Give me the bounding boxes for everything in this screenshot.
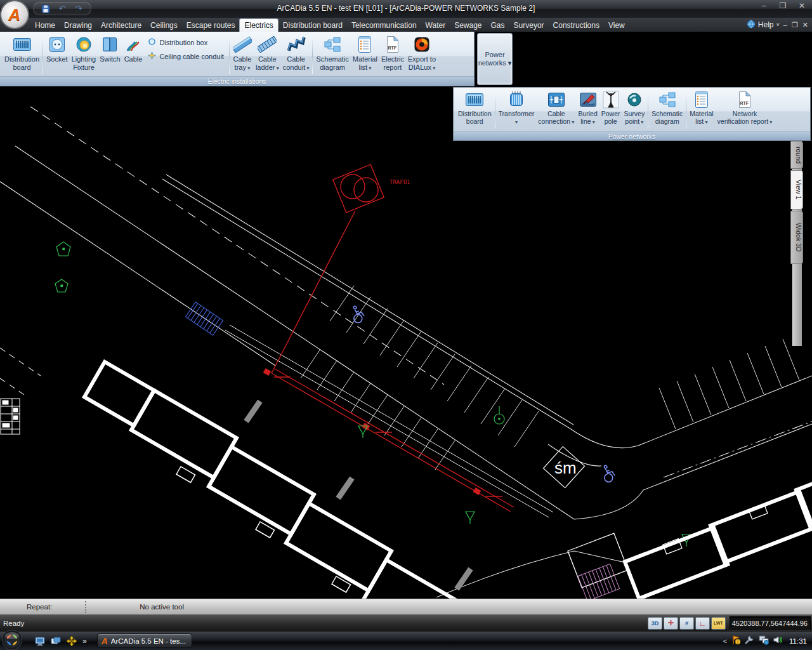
tab-surveyor[interactable]: Surveyor: [509, 19, 549, 32]
taskbar-app-button[interactable]: A ArCADia 5.5 EN - tes...: [97, 633, 192, 648]
status-bar: Ready 3D✛#∟LWT 4520388.77,5647444.96: [0, 614, 812, 632]
view-tab-view-1[interactable]: View 1: [790, 170, 803, 209]
volume-icon[interactable]: [773, 635, 783, 647]
tab-view[interactable]: View: [604, 19, 629, 32]
coordinates-readout: 4520388.77,5647444.96: [730, 616, 811, 630]
tab-electrics[interactable]: Electrics: [239, 18, 278, 32]
ribbon-export-to-dialux-button[interactable]: Export toDIALux ▾: [406, 33, 438, 76]
distribution-box-icon: [148, 37, 156, 47]
refuse-label: śm: [554, 458, 577, 477]
flyout-distribution-board-button[interactable]: Distributionboard: [456, 89, 494, 131]
dropdown-arrow-icon: ▾: [431, 65, 435, 71]
chevron-down-icon: ˅: [776, 22, 780, 28]
quicklaunch-overflow-chevron[interactable]: »: [82, 637, 87, 646]
building-outline: [84, 362, 480, 599]
ribbon-switch-button[interactable]: Switch: [98, 33, 122, 76]
status-snap-toggle[interactable]: ✛: [664, 617, 678, 630]
mdi-restore-button[interactable]: ❐: [792, 21, 798, 29]
tab-gas[interactable]: Gas: [487, 19, 509, 32]
maintenance-wrench-icon[interactable]: [745, 635, 755, 647]
window-switcher-icon[interactable]: [50, 635, 62, 647]
building-annex: [176, 467, 351, 592]
ribbon-electric-report-button[interactable]: RTFElectricreport: [379, 33, 406, 76]
restore-button[interactable]: ❐: [778, 1, 788, 10]
view-tab-widok-3d[interactable]: Widok 3D: [790, 211, 803, 264]
ribbon-ceiling-cable-conduit-button[interactable]: Ceiling cable conduit: [148, 51, 224, 61]
tab-sewage[interactable]: Sewage: [450, 19, 486, 32]
ribbon-distribution-box-button[interactable]: Distribution box: [148, 37, 224, 47]
ribbon-material-list-button[interactable]: Materiallist ▾: [351, 33, 379, 76]
status-ortho-toggle[interactable]: ∟: [695, 617, 710, 630]
tab-home[interactable]: Home: [30, 19, 60, 32]
tab-water[interactable]: Water: [421, 19, 450, 32]
app-shortcut-icon[interactable]: [66, 635, 77, 647]
switch-icon: [102, 34, 118, 55]
transformer-label: TRAFO1: [390, 179, 410, 185]
mdi-minimize-button[interactable]: ‒: [783, 21, 787, 29]
gray-service-marks: [246, 401, 471, 589]
start-button[interactable]: [1, 629, 23, 650]
group-label-power-networks: Power networks: [454, 131, 810, 140]
ribbon-cable-ladder-button[interactable]: Cableladder ▾: [254, 33, 281, 76]
flyout-network-verification-report-button[interactable]: RTFNetworkverification report ▾: [716, 89, 775, 131]
close-button[interactable]: ✕: [797, 1, 807, 10]
mdi-close-button[interactable]: ✕: [802, 21, 808, 29]
flyout-buried-line-button[interactable]: Buriedline ▾: [576, 89, 599, 131]
save-button[interactable]: [40, 4, 51, 14]
ribbon-cable-button[interactable]: Cable: [122, 33, 145, 76]
tab-architecture[interactable]: Architecture: [96, 19, 146, 32]
cad-drawing: TRAFO1 śm: [0, 86, 812, 599]
ribbon-schematic-diagram-button[interactable]: Schematicdiagram: [314, 33, 350, 76]
ribbon-cable-conduit-button[interactable]: Cableconduit ▾: [281, 33, 311, 76]
flyout-material-list-button[interactable]: Materiallist ▾: [688, 89, 715, 131]
small-button-group: Distribution boxCeiling cable conduit: [144, 33, 228, 76]
ribbon-cable-tray-button[interactable]: Cabletray ▾: [231, 33, 254, 76]
view-tab-round[interactable]: round: [790, 141, 803, 169]
quick-launch: [34, 635, 77, 647]
group-separator: [312, 36, 313, 74]
status-lineweight-toggle[interactable]: LWT: [711, 617, 726, 630]
ribbon: DistributionboardSocketLightingFixtureSw…: [0, 32, 812, 86]
flyout-schematic-diagram-button[interactable]: Schematicdiagram: [650, 89, 684, 131]
undo-button[interactable]: ↶: [56, 4, 68, 14]
drawing-canvas[interactable]: TRAFO1 śm: [0, 86, 812, 599]
minimize-button[interactable]: ‒: [759, 1, 769, 10]
material-list-icon: [357, 34, 373, 55]
flyout-survey-point-button[interactable]: Surveypoint ▾: [622, 89, 647, 131]
help-menu[interactable]: Help ˅: [747, 20, 780, 30]
status-grid-toggle[interactable]: #: [679, 617, 694, 630]
ribbon-power-networks-button[interactable]: Power networks ▾: [477, 33, 513, 85]
road-edge: [643, 424, 812, 490]
ribbon-socket-button[interactable]: Socket: [44, 33, 70, 76]
tab-distribution-board[interactable]: Distribution board: [278, 19, 347, 32]
tray-chevron-icon[interactable]: <: [723, 637, 727, 645]
view-tab-strip: roundView 1Widok 3D: [792, 141, 802, 346]
svg-text:!: !: [737, 640, 738, 644]
redo-button[interactable]: ↷: [73, 4, 84, 14]
tab-drawing[interactable]: Drawing: [60, 19, 96, 32]
repeat-label: Repeat:: [27, 603, 52, 611]
road-edge: [0, 182, 275, 366]
ribbon-distribution-board-button[interactable]: Distributionboard: [3, 33, 41, 76]
cable-connection-icon: [547, 90, 565, 110]
show-desktop-icon[interactable]: [34, 635, 46, 647]
power-networks-flyout: DistributionboardTransformer▾Cableconnec…: [453, 87, 811, 141]
window-title: ArCADia 5.5 EN - test EN [L01] - [ArCADi…: [0, 0, 812, 18]
ribbon-lighting-fixture-button[interactable]: LightingFixture: [70, 33, 98, 76]
dropdown-arrow-icon: ▾: [639, 119, 643, 125]
schematic-diagram-icon: [658, 90, 677, 110]
status-view-layout-3d-toggle[interactable]: 3D: [648, 617, 662, 630]
tab-telecommunication[interactable]: Telecommunication: [347, 19, 421, 32]
tab-ceilings[interactable]: Ceilings: [146, 19, 182, 32]
tab-escape-routes[interactable]: Escape routes: [182, 19, 240, 32]
arcadia-logo-icon[interactable]: A: [0, 0, 29, 29]
road-edge: [15, 146, 574, 519]
notification-flag-icon[interactable]: !: [731, 635, 741, 647]
survey-point-icon: [627, 90, 642, 110]
system-tray: < ! 11:31: [723, 635, 812, 647]
tab-constructions[interactable]: Constructions: [549, 19, 604, 32]
flyout-power-pole-button[interactable]: Powerpole: [599, 89, 622, 131]
flyout-transformer-button[interactable]: Transformer▾: [497, 89, 537, 131]
flyout-cable-connection-button[interactable]: Cableconnection ▾: [536, 89, 576, 131]
network-status-icon[interactable]: [759, 635, 769, 647]
